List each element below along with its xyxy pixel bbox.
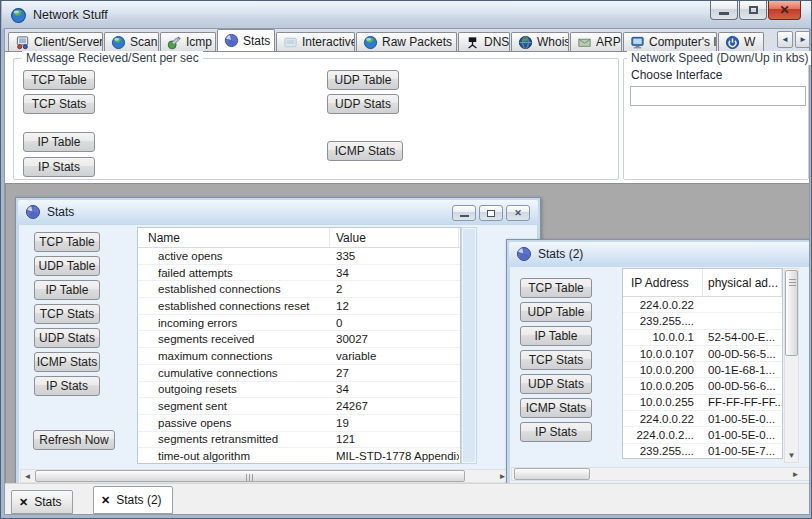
udp-stats-button[interactable]: UDP Stats (327, 94, 399, 114)
stats-hscrollbar[interactable]: ◄ ► (20, 469, 510, 483)
doc-tab-stats-2[interactable]: ✕ Stats (2) (93, 486, 173, 514)
table-row[interactable]: segments received 30027 (138, 331, 460, 348)
table-row[interactable]: cumulative connections 27 (138, 365, 460, 382)
tab-interactive[interactable]: Interactive (276, 32, 355, 51)
table-row[interactable]: outgoing resets 34 (138, 382, 460, 399)
stats2-window-button[interactable]: UDP Stats (520, 374, 592, 394)
table-row[interactable]: 10.0.0.200 00-1E-68-1... (623, 362, 782, 378)
stats-table-rows: active opens 335 failed attempts 34 esta… (138, 248, 460, 465)
stats2-hscrollbar[interactable]: ► (511, 467, 809, 481)
message-groupbox-legend: Message Recieved/Sent per sec (22, 51, 203, 65)
table-row[interactable]: segments retransmitted 121 (138, 432, 460, 449)
stats-close-button[interactable]: ✕ (506, 205, 530, 221)
table-row[interactable]: passive opens 19 (138, 415, 460, 432)
maximize-button[interactable] (739, 1, 767, 20)
table-row[interactable]: 224.0.0.22 (623, 297, 782, 313)
table-row[interactable]: maximum connections variable (138, 348, 460, 365)
scroll-left-icon: ◄ (781, 35, 789, 44)
tab-client-server[interactable]: Client/Server (8, 32, 103, 51)
table-row[interactable]: 10.0.0.107 00-0D-56-5... (623, 346, 782, 362)
scroll-right-arrow[interactable]: ► (789, 468, 802, 480)
column-header-name[interactable]: Name (138, 228, 330, 247)
refresh-now-button[interactable]: Refresh Now (33, 430, 115, 450)
table-row[interactable]: 10.0.0.205 00-0D-56-6... (623, 378, 782, 394)
stats-window-button[interactable]: ICMP Stats (34, 352, 100, 372)
table-row[interactable]: failed attempts 34 (138, 265, 460, 282)
client-area: Client/Server Scan Icmp Stats Interactiv… (5, 29, 809, 514)
table-row[interactable]: active opens 335 (138, 248, 460, 265)
pie-chart-icon (516, 246, 532, 262)
table-row[interactable]: incoming errors 0 (138, 315, 460, 332)
tcp-table-button[interactable]: TCP Table (23, 70, 95, 90)
stats-window-button[interactable]: UDP Stats (34, 328, 100, 348)
scroll-down-arrow[interactable]: ▼ (785, 449, 798, 461)
scroll-right-icon: ► (799, 35, 807, 44)
table-row[interactable]: 239.255.... (623, 313, 782, 329)
stats-window-button[interactable]: TCP Stats (34, 304, 100, 324)
maximize-icon (749, 6, 758, 14)
column-header-ip-address[interactable]: IP Address (623, 269, 703, 296)
tab-whois[interactable]: Whois (511, 32, 569, 51)
tab-scroll-right-button[interactable]: ► (795, 31, 809, 48)
column-header-value[interactable]: Value (330, 228, 459, 247)
table-row[interactable]: 224.0.0.2... 01-00-5E-0... (623, 427, 782, 443)
tab-arp[interactable]: ARP (570, 32, 622, 51)
minimize-button[interactable] (710, 1, 738, 20)
stats2-window-button[interactable]: TCP Stats (520, 350, 592, 370)
stats-window-button-stack: TCP TableUDP TableIP TableTCP StatsUDP S… (34, 232, 100, 396)
stats-minimize-button[interactable] (452, 205, 476, 221)
scan-globe-icon (111, 35, 126, 50)
title-bar[interactable]: Network Stuff ✕ (2, 1, 812, 29)
stats2-window-titlebar[interactable]: Stats (2) (509, 242, 809, 266)
tab-wake-partial[interactable]: W (718, 32, 764, 51)
app-globe-icon (10, 7, 27, 24)
stats-window-button[interactable]: TCP Table (34, 232, 100, 252)
table-row[interactable]: established connections reset 12 (138, 298, 460, 315)
ip-table-button[interactable]: IP Table (23, 132, 95, 152)
table-row[interactable]: time-out algorithm MIL-STD-1778 Appendix… (138, 448, 460, 465)
interface-combobox[interactable] (630, 86, 806, 106)
hscroll-thumb[interactable] (35, 470, 465, 482)
udp-table-button[interactable]: UDP Table (327, 70, 399, 90)
tab-raw-packets[interactable]: Raw Packets (356, 32, 457, 51)
stats-window-button[interactable]: IP Table (34, 280, 100, 300)
close-tab-icon[interactable]: ✕ (19, 496, 28, 509)
ip-stats-button[interactable]: IP Stats (23, 157, 95, 177)
stats2-window-button[interactable]: ICMP Stats (520, 398, 592, 418)
vscroll-thumb[interactable] (463, 229, 475, 462)
stats2-window-button-stack: TCP TableUDP TableIP TableTCP StatsUDP S… (520, 278, 592, 442)
stats-restore-button[interactable] (479, 205, 503, 221)
column-header-physical-address[interactable]: physical ad... (703, 269, 782, 296)
doc-tab-stats[interactable]: ✕ Stats (11, 490, 73, 514)
tab-dns[interactable]: DNS (458, 32, 510, 51)
table-row[interactable]: 239.255.... 01-00-5E-7... (623, 444, 782, 460)
tab-scan[interactable]: Scan (104, 32, 159, 51)
table-row[interactable]: segment sent 24267 (138, 398, 460, 415)
stats2-window-button[interactable]: IP Stats (520, 422, 592, 442)
scroll-left-arrow[interactable]: ◄ (21, 470, 34, 482)
table-row[interactable]: 10.0.0.255 FF-FF-FF-FF... (623, 395, 782, 411)
icmp-stats-button[interactable]: ICMP Stats (327, 141, 403, 161)
stats-window-button[interactable]: IP Stats (34, 376, 100, 396)
stats2-window-button[interactable]: UDP Table (520, 302, 592, 322)
close-tab-icon[interactable]: ✕ (101, 494, 110, 507)
tcp-stats-button[interactable]: TCP Stats (23, 94, 95, 114)
tab-stats[interactable]: Stats (217, 29, 275, 51)
stats-table-vscrollbar[interactable] (461, 227, 477, 464)
close-button[interactable]: ✕ (768, 1, 801, 20)
vscroll-thumb[interactable] (785, 270, 798, 356)
table-row[interactable]: 10.0.0.1 52-54-00-E... (623, 330, 782, 346)
table-row[interactable]: established connections 2 (138, 281, 460, 298)
hscroll-thumb[interactable] (514, 468, 590, 480)
tab-icmp[interactable]: Icmp (160, 32, 216, 51)
thumb-grip-icon (789, 279, 796, 287)
tab-computers-ip[interactable]: Computer's IP (623, 32, 717, 51)
stats2-window-button[interactable]: IP Table (520, 326, 592, 346)
minimize-icon (719, 12, 729, 15)
table-row[interactable]: 224.0.0.22 01-00-5E-0... (623, 411, 782, 427)
stats-window-button[interactable]: UDP Table (34, 256, 100, 276)
stats2-vscrollbar[interactable]: ▼ (784, 268, 799, 463)
stats-window-titlebar[interactable]: Stats ✕ (18, 200, 538, 224)
stats2-window-button[interactable]: TCP Table (520, 278, 592, 298)
tab-scroll-left-button[interactable]: ◄ (777, 31, 793, 48)
